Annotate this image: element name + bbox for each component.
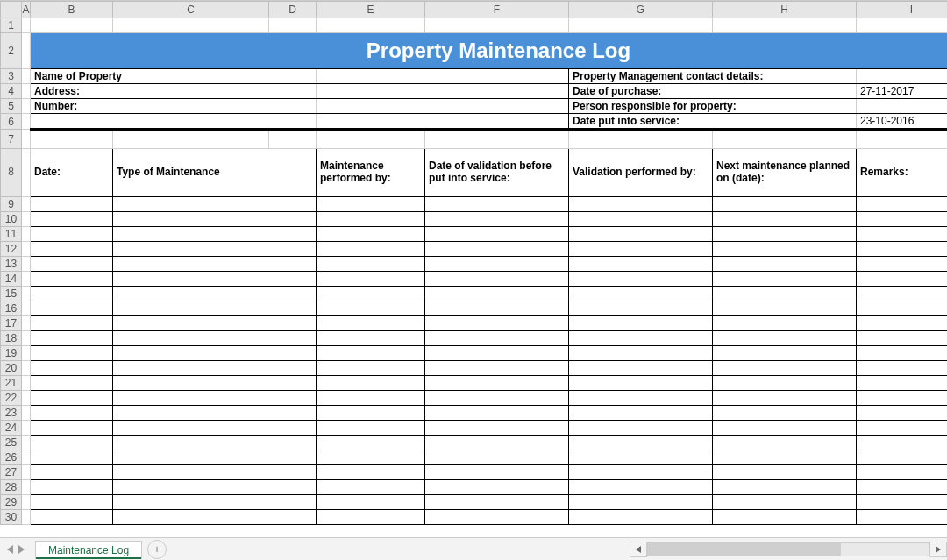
col-header-F[interactable]: F <box>425 2 569 18</box>
data-cell[interactable] <box>317 421 425 436</box>
data-cell[interactable] <box>317 495 425 510</box>
cell[interactable] <box>22 257 31 272</box>
data-cell[interactable] <box>113 197 317 212</box>
cell[interactable] <box>22 361 31 376</box>
data-cell[interactable] <box>569 287 713 301</box>
cell[interactable] <box>31 18 113 33</box>
data-cell[interactable] <box>31 272 113 287</box>
data-cell[interactable] <box>569 272 713 287</box>
data-cell[interactable] <box>425 376 569 391</box>
data-cell[interactable] <box>113 495 317 510</box>
data-cell[interactable] <box>425 436 569 450</box>
row-header-22[interactable]: 22 <box>1 391 22 406</box>
cell[interactable] <box>569 130 713 149</box>
data-cell[interactable] <box>713 212 857 227</box>
cell[interactable] <box>31 130 113 149</box>
cell[interactable] <box>22 114 31 130</box>
row-header-1[interactable]: 1 <box>1 18 22 33</box>
row-header-7[interactable]: 7 <box>1 130 22 149</box>
data-cell[interactable] <box>857 421 948 436</box>
data-cell[interactable] <box>113 465 317 480</box>
data-cell[interactable] <box>317 436 425 450</box>
data-cell[interactable] <box>31 257 113 272</box>
row-header-25[interactable]: 25 <box>1 436 22 450</box>
data-cell[interactable] <box>31 480 113 495</box>
data-cell[interactable] <box>857 272 948 287</box>
data-cell[interactable] <box>31 495 113 510</box>
cell[interactable] <box>22 149 31 197</box>
data-cell[interactable] <box>569 510 713 525</box>
row-header-6[interactable]: 6 <box>1 114 22 130</box>
hscroll-left-button[interactable] <box>630 542 647 557</box>
col-header-G[interactable]: G <box>569 2 713 18</box>
data-cell[interactable] <box>31 465 113 480</box>
row-header-30[interactable]: 30 <box>1 510 22 525</box>
data-cell[interactable] <box>317 316 425 331</box>
row-header-26[interactable]: 26 <box>1 450 22 465</box>
data-cell[interactable] <box>569 242 713 257</box>
row-header-10[interactable]: 10 <box>1 212 22 227</box>
data-cell[interactable] <box>317 376 425 391</box>
contact-details-value[interactable] <box>857 69 948 84</box>
data-cell[interactable] <box>713 361 857 376</box>
data-cell[interactable] <box>857 391 948 406</box>
row-header-17[interactable]: 17 <box>1 316 22 331</box>
cell[interactable] <box>713 18 857 33</box>
data-cell[interactable] <box>857 316 948 331</box>
row-header-5[interactable]: 5 <box>1 99 22 114</box>
data-cell[interactable] <box>31 242 113 257</box>
data-cell[interactable] <box>317 272 425 287</box>
data-cell[interactable] <box>857 197 948 212</box>
cell[interactable] <box>22 212 31 227</box>
data-cell[interactable] <box>317 465 425 480</box>
data-cell[interactable] <box>713 391 857 406</box>
data-cell[interactable] <box>569 331 713 346</box>
data-cell[interactable] <box>569 376 713 391</box>
col-header-I[interactable]: I <box>857 2 948 18</box>
data-cell[interactable] <box>425 301 569 316</box>
data-cell[interactable] <box>317 197 425 212</box>
data-cell[interactable] <box>31 436 113 450</box>
data-cell[interactable] <box>857 495 948 510</box>
data-cell[interactable] <box>713 257 857 272</box>
cell[interactable] <box>22 287 31 301</box>
spreadsheet-viewport[interactable]: ABCDEFGHI 12Property Maintenance Log3Nam… <box>0 0 947 538</box>
data-cell[interactable] <box>113 406 317 421</box>
data-cell[interactable] <box>713 197 857 212</box>
hscroll-track[interactable] <box>647 542 929 556</box>
data-cell[interactable] <box>113 257 317 272</box>
data-cell[interactable] <box>857 257 948 272</box>
cell[interactable] <box>22 421 31 436</box>
data-cell[interactable] <box>713 406 857 421</box>
date-purchase-value[interactable]: 27-11-2017 <box>857 84 948 99</box>
data-cell[interactable] <box>317 391 425 406</box>
cell[interactable] <box>22 450 31 465</box>
row-header-29[interactable]: 29 <box>1 495 22 510</box>
col-header-B[interactable]: B <box>31 2 113 18</box>
data-cell[interactable] <box>713 465 857 480</box>
data-cell[interactable] <box>713 287 857 301</box>
row-header-23[interactable]: 23 <box>1 406 22 421</box>
cell[interactable] <box>22 510 31 525</box>
cell[interactable] <box>22 99 31 114</box>
data-cell[interactable] <box>317 480 425 495</box>
data-cell[interactable] <box>317 361 425 376</box>
data-cell[interactable] <box>317 257 425 272</box>
data-cell[interactable] <box>317 331 425 346</box>
data-cell[interactable] <box>31 331 113 346</box>
data-cell[interactable] <box>569 391 713 406</box>
row-header-18[interactable]: 18 <box>1 331 22 346</box>
col-header-H[interactable]: H <box>713 2 857 18</box>
data-cell[interactable] <box>31 406 113 421</box>
data-cell[interactable] <box>31 287 113 301</box>
data-cell[interactable] <box>31 376 113 391</box>
data-cell[interactable] <box>569 227 713 242</box>
data-cell[interactable] <box>31 316 113 331</box>
row-header-13[interactable]: 13 <box>1 257 22 272</box>
data-cell[interactable] <box>113 361 317 376</box>
data-cell[interactable] <box>569 212 713 227</box>
data-cell[interactable] <box>425 465 569 480</box>
data-cell[interactable] <box>857 346 948 361</box>
cell[interactable] <box>22 301 31 316</box>
cell[interactable] <box>269 18 317 33</box>
